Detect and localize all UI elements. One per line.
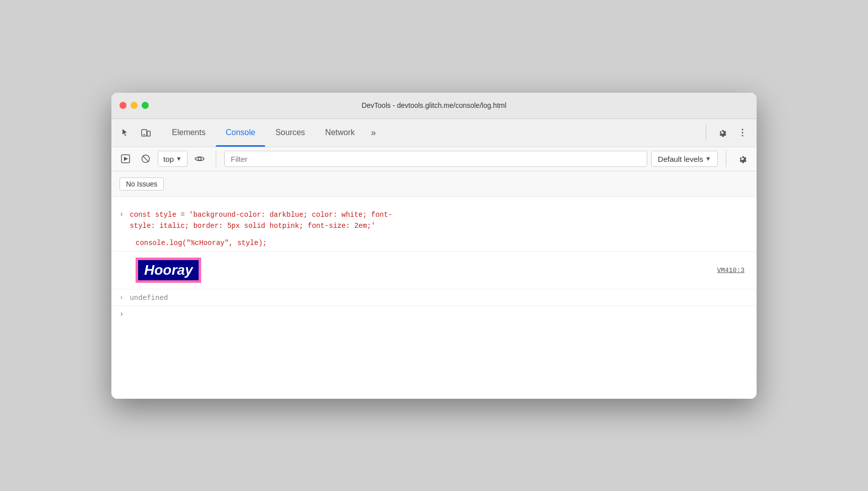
toolbar-divider (216, 151, 216, 167)
device-toolbar-button[interactable] (138, 125, 154, 141)
dropdown-arrow-icon: ▼ (176, 155, 182, 162)
svg-point-3 (742, 129, 743, 131)
issues-area: No Issues (111, 171, 757, 197)
console-settings-button[interactable] (734, 151, 751, 167)
code-line-2: style: italic; border: 5px solid hotpink… (130, 220, 392, 231)
filter-input[interactable] (224, 151, 647, 167)
toolbar-icons (117, 125, 154, 141)
svg-rect-1 (147, 131, 150, 136)
inspect-element-button[interactable] (117, 125, 134, 141)
tab-network[interactable]: Network (315, 118, 365, 147)
code-line-1: const style = 'background-color: darkblu… (130, 209, 392, 220)
window-title: DevTools - devtools.glitch.me/console/lo… (361, 101, 506, 109)
console-log-text: console.log("%cHooray", style); (136, 239, 267, 247)
title-bar: DevTools - devtools.glitch.me/console/lo… (111, 93, 757, 119)
devtools-settings-button[interactable] (714, 125, 730, 141)
svg-rect-0 (142, 130, 147, 136)
output-arrow-icon: ‹ (119, 293, 123, 301)
tab-sources[interactable]: Sources (265, 118, 315, 147)
toolbar-divider-2 (726, 151, 726, 167)
console-toolbar: top ▼ Default levels ▼ (111, 147, 757, 171)
prompt-arrow-icon: › (119, 310, 123, 318)
svg-point-5 (742, 135, 743, 137)
maximize-button[interactable] (142, 102, 149, 109)
tab-bar-right (702, 125, 751, 141)
context-selector[interactable]: top ▼ (158, 151, 188, 167)
clear-console-button[interactable] (138, 151, 154, 167)
more-options-button[interactable] (734, 125, 751, 141)
svg-marker-7 (124, 157, 128, 161)
divider (706, 125, 706, 141)
svg-point-4 (742, 132, 743, 134)
devtools-window: DevTools - devtools.glitch.me/console/lo… (111, 93, 757, 399)
tabs: Elements Console Sources Network » (162, 118, 702, 147)
traffic-lights (119, 102, 149, 109)
custom-formatters-button[interactable] (192, 151, 208, 167)
tab-elements[interactable]: Elements (162, 118, 216, 147)
close-button[interactable] (119, 102, 127, 109)
input-arrow-icon: › (119, 210, 123, 218)
tab-bar: Elements Console Sources Network » (111, 119, 757, 147)
console-prompt-line[interactable]: › (111, 305, 757, 322)
hooray-output: Hooray (136, 258, 201, 283)
minimize-button[interactable] (131, 102, 138, 109)
console-output-line: Hooray VM410:3 (111, 251, 757, 289)
console-input-block: › const style = 'background-color: darkb… (111, 205, 757, 236)
code-text: const style = 'background-color: darkblu… (130, 209, 392, 232)
console-output: › const style = 'background-color: darkb… (111, 197, 757, 399)
no-issues-badge[interactable]: No Issues (119, 177, 164, 191)
more-tabs-button[interactable]: » (365, 118, 382, 147)
tab-console[interactable]: Console (216, 118, 266, 147)
undefined-output-line: ‹ undefined (111, 289, 757, 305)
vm-reference[interactable]: VM410:3 (717, 266, 745, 274)
run-script-button[interactable] (117, 151, 134, 167)
log-levels-selector[interactable]: Default levels ▼ (651, 151, 718, 167)
svg-line-9 (143, 156, 149, 162)
svg-point-10 (198, 157, 201, 160)
levels-arrow-icon: ▼ (705, 155, 711, 162)
console-log-call: console.log("%cHooray", style); (111, 235, 757, 251)
